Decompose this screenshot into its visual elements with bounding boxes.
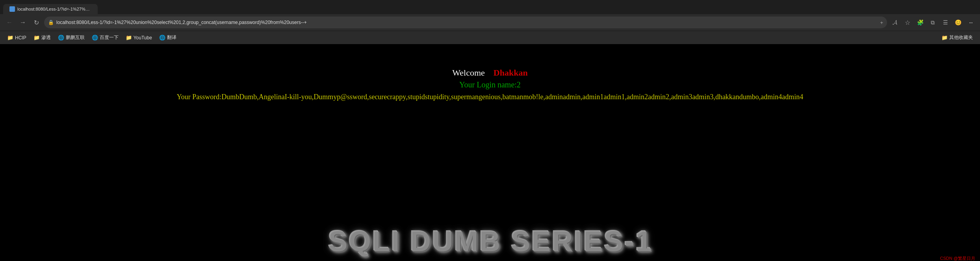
forward-button[interactable]: → [17,17,28,28]
tab-favicon [9,6,15,12]
address-bar[interactable]: 🔒 localhost:8080/Less-1/?id=-1%27%20unio… [44,17,887,28]
bookmarks-bar: 📁 HCIP 📁 渗透 🌐 鹏鹏互联 🌐 百度一下 📁 YouTube 🌐 翻译… [0,31,980,44]
welcome-section: Welcome Dhakkan Your Login name:2 Your P… [177,68,804,102]
welcome-text: Welcome [452,68,485,78]
collections-icon[interactable]: ☰ [940,17,951,28]
read-mode-icon[interactable]: 𝓐 [889,17,900,28]
bookmark-pengpeng-label: 鹏鹏互联 [66,34,85,41]
other-bookmarks-label: 其他收藏夹 [949,34,973,41]
bookmark-youtube[interactable]: 📁 YouTube [122,33,155,42]
welcome-line: Welcome Dhakkan [177,68,804,78]
folder-icon: 📁 [941,35,948,41]
profile-icon[interactable]: 😊 [952,17,963,28]
website-icon: 🌐 [159,35,165,41]
bookmark-seepage[interactable]: 📁 渗透 [30,33,54,43]
website-icon: 🌐 [58,35,64,41]
login-name-line: Your Login name:2 [177,80,804,89]
refresh-button[interactable]: ↻ [31,17,42,28]
bookmark-fanyi[interactable]: 🌐 翻译 [156,33,180,43]
folder-icon: 📁 [7,35,13,41]
bookmark-youtube-label: YouTube [134,35,152,41]
add-tab-icon: + [880,20,883,26]
password-section: Your Password:DumbDumb,AngelinaI-kill-yo… [177,92,804,102]
favorites-icon[interactable]: ☆ [902,17,913,28]
other-bookmarks[interactable]: 📁 其他收藏夹 [938,33,976,43]
sqli-title: SQLI DUMB SERIES-1 [0,224,980,257]
lock-icon: 🔒 [48,20,54,25]
bookmark-hcip[interactable]: 📁 HCIP [4,33,30,42]
browser-extensions-icon[interactable]: 🧩 [915,17,926,28]
bookmark-baidu[interactable]: 🌐 百度一下 [89,33,122,43]
bookmark-fanyi-label: 翻译 [167,34,176,41]
nav-icons-right: 𝓐 ☆ 🧩 ⧉ ☰ 😊 ··· [889,17,976,28]
active-tab[interactable]: localhost:8080/Less-1/?id=-1%27%20union%… [3,4,98,14]
username-display: Dhakkan [494,68,528,78]
bookmarks-right: 📁 其他收藏夹 [938,33,976,43]
password-label: Your Password: [177,93,222,101]
folder-icon: 📁 [126,35,132,41]
bookmark-pengpeng[interactable]: 🌐 鹏鹏互联 [55,33,88,43]
website-icon: 🌐 [92,35,98,41]
split-view-icon[interactable]: ⧉ [927,17,938,28]
page-content: Welcome Dhakkan Your Login name:2 Your P… [0,44,980,261]
login-name-value: 2 [517,80,521,89]
bookmark-baidu-label: 百度一下 [100,34,119,41]
address-text: localhost:8080/Less-1/?id=-1%27%20union%… [56,20,878,25]
browser-frame: localhost:8080/Less-1/?id=-1%27%20union%… [0,0,980,44]
csdn-watermark: CSDN @繁星日月 [940,255,975,261]
password-value: DumbDumb,AngelinaI-kill-you,Dummyp@sswor… [221,93,803,101]
nav-bar: ← → ↻ 🔒 localhost:8080/Less-1/?id=-1%27%… [0,14,980,31]
back-button[interactable]: ← [4,17,15,28]
tab-title: localhost:8080/Less-1/?id=-1%27%20union%… [17,7,91,11]
tab-bar: localhost:8080/Less-1/?id=-1%27%20union%… [0,0,980,14]
bookmark-seepage-label: 渗透 [41,34,51,41]
more-menu-icon[interactable]: ··· [965,17,976,28]
login-name-label: Your Login name: [459,80,517,89]
folder-icon: 📁 [33,35,40,41]
bookmark-hcip-label: HCIP [15,35,26,41]
